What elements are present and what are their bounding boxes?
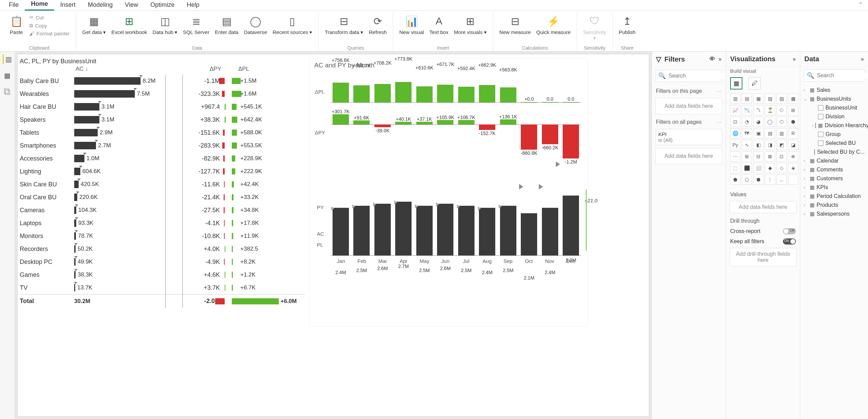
table-row[interactable]: Accessories 1.0M -82.9K +228.9K	[20, 152, 306, 165]
field-item[interactable]: BusinessUnit	[803, 103, 865, 112]
col-dpy[interactable]: ΔPY	[167, 66, 221, 72]
viz-type-icon[interactable]: ▧	[765, 94, 775, 104]
transform-data-button[interactable]: ⊟Transform data ▾	[323, 12, 365, 36]
field-item[interactable]: Group	[803, 130, 865, 139]
quick-measure-button[interactable]: ⚡Quick measure	[534, 12, 573, 36]
filters-all-drop[interactable]: Add data fields here	[655, 148, 722, 164]
table-row[interactable]: Oral Care BU 220.6K -21.4K +33.2K	[20, 191, 306, 204]
viz-type-icon[interactable]: ⊟	[753, 151, 763, 162]
table-row[interactable]: Lighting 604.6K -127.7K +222.9K	[20, 165, 306, 178]
table-item[interactable]: ›▦Sales	[803, 86, 865, 95]
viz-type-icon[interactable]: 〽	[753, 105, 763, 115]
viz-type-icon[interactable]: ...	[776, 174, 787, 185]
viz-type-icon[interactable]: ∿	[742, 140, 752, 150]
viz-type-icon[interactable]: ▦	[753, 94, 763, 104]
play-icon-2[interactable]	[519, 184, 523, 189]
table-row[interactable]: Wearables 7.5M -323.3K +1.6M	[20, 87, 306, 100]
viz-type-icon[interactable]: ⊡	[776, 151, 787, 162]
data-search[interactable]: 🔍	[804, 69, 865, 82]
viz-type-icon[interactable]: R	[788, 128, 798, 138]
table-item[interactable]: ›▦Customers	[803, 174, 865, 183]
tab-modeling[interactable]: Modeling	[82, 0, 119, 11]
more-icon[interactable]: ⋯	[716, 88, 722, 95]
viz-type-icon[interactable]: Py	[730, 140, 740, 150]
viz-type-icon[interactable]: ◇	[776, 163, 787, 173]
filters-search[interactable]: 🔍	[655, 70, 722, 82]
viz-type-icon[interactable]: ⊡	[730, 117, 740, 127]
cut-button[interactable]: ✂ Cut	[27, 14, 72, 21]
viz-type-icon[interactable]: ⬠	[742, 174, 752, 185]
enter-data-button[interactable]: ▤Enter data	[213, 12, 240, 36]
recent-sources-button[interactable]: ▯Recent sources ▾	[271, 12, 314, 36]
viz-type-icon[interactable]: ◨	[765, 140, 775, 150]
hide-icon[interactable]: 👁	[709, 56, 715, 63]
viz-type-icon[interactable]: ⏲	[776, 105, 787, 115]
table-row[interactable]: Speakers 3.1M +38.3K +642.4K	[20, 113, 306, 126]
cross-report-toggle[interactable]: Off	[783, 228, 796, 234]
keep-filters-toggle[interactable]: On	[783, 238, 796, 245]
field-item[interactable]: ›▦Division Hierarchy	[803, 121, 865, 130]
col-dpl[interactable]: ΔPL	[221, 66, 289, 72]
table-item[interactable]: ›▦KPIs	[803, 183, 865, 192]
publish-button[interactable]: ↥Publish	[617, 12, 638, 36]
table-row[interactable]: Tablets 2.9M -151.6K +588.0K	[20, 126, 306, 139]
viz-type-icon[interactable]: ◧	[753, 140, 763, 150]
copy-button[interactable]: ⧉ Copy	[27, 22, 72, 29]
table-row[interactable]: Recorders 50.2K +4.0K +382.5	[20, 242, 306, 255]
expand-viz-icon[interactable]: »	[793, 56, 796, 63]
paste-button[interactable]: 📋Paste	[7, 12, 26, 36]
viz-type-icon[interactable]: ⬢	[753, 174, 763, 185]
new-measure-button[interactable]: ⊟New measure	[497, 12, 533, 36]
more-visuals-button[interactable]: ⊞More visuals ▾	[452, 12, 488, 36]
data-view-icon[interactable]: ▦	[3, 71, 12, 80]
table-item[interactable]: ⌄▦BusinessUnits	[803, 95, 865, 103]
model-view-icon[interactable]: ⿻	[3, 87, 12, 97]
table-item[interactable]: ›▦Comments	[803, 165, 865, 174]
table-item[interactable]: ›▦Salespersons	[803, 210, 865, 218]
viz-type-icon[interactable]: ⏳	[765, 105, 775, 115]
table-item[interactable]: ›▦Period Calculation	[803, 192, 865, 201]
viz-type-icon[interactable]: ⊠	[765, 151, 775, 162]
kpi-filter[interactable]: KPIis (All)	[655, 129, 722, 145]
text-box-button[interactable]: AText box	[428, 12, 451, 36]
viz-type-icon[interactable]: ▤	[742, 94, 752, 104]
month-visual[interactable]: AC and PY by Month ΔPL +756.6K+658.7K+70…	[309, 58, 588, 326]
tab-home[interactable]: Home	[25, 0, 54, 11]
col-ac[interactable]: AC ↓	[76, 66, 167, 72]
more-icon-2[interactable]: ⋯	[716, 119, 722, 125]
viz-type-icon[interactable]: 📉	[742, 105, 752, 115]
ribbon-collapse-icon[interactable]: ⌃	[853, 0, 868, 11]
viz-type-icon[interactable]: 📈	[730, 105, 740, 115]
table-row[interactable]: Hair Care BU 3.1M +967.4 +545.1K	[20, 100, 306, 113]
viz-type-icon[interactable]: ◔	[742, 117, 752, 127]
viz-type-icon[interactable]: ⬢	[788, 117, 798, 127]
tab-insert[interactable]: Insert	[54, 0, 82, 11]
table-row[interactable]: Desktop PC 49.9K -4.9K +8.2K	[20, 255, 306, 268]
viz-type-icon[interactable]: ⊕	[788, 151, 798, 162]
viz-type-icon[interactable]: ▥	[776, 128, 787, 138]
viz-type-icon[interactable]: ◩	[776, 140, 787, 150]
viz-type-icon[interactable]: ◕	[753, 117, 763, 127]
table-row[interactable]: Baby Care BU 8.2M -1.1M +1.5M	[20, 74, 306, 87]
tab-help[interactable]: Help	[181, 0, 206, 11]
data-hub-button[interactable]: ◫Data hub ▾	[150, 12, 179, 36]
viz-type-icon[interactable]: ⬛	[742, 163, 752, 173]
table-row[interactable]: Laptops 93.3K -4.1K +17.8K	[20, 217, 306, 230]
viz-type-icon[interactable]: 🗺	[742, 128, 752, 138]
tab-optimize[interactable]: Optimize	[144, 0, 181, 11]
field-item[interactable]: Division	[803, 112, 865, 121]
refresh-button[interactable]: ⟳Refresh	[367, 12, 389, 36]
play-icon[interactable]	[556, 162, 560, 167]
values-drop[interactable]: Add data fields here	[729, 201, 797, 213]
expand-data-icon[interactable]: »	[861, 56, 864, 63]
viz-type-icon[interactable]: ⬡	[776, 117, 787, 127]
viz-type-icon[interactable]: ⬟	[730, 174, 740, 185]
excel-button[interactable]: ⊞Excel workbook	[109, 12, 149, 36]
table-row[interactable]: TV 13.7K +3.7K +6.7K	[20, 281, 306, 294]
viz-type-icon[interactable]	[788, 174, 798, 185]
viz-type-icon[interactable]: 🌐	[730, 128, 740, 138]
filters-page-drop[interactable]: Add data fields here	[655, 98, 722, 114]
viz-type-icon[interactable]: ⊞	[742, 151, 752, 162]
viz-type-icon[interactable]: ◆	[765, 163, 775, 173]
table-row[interactable]: Smartphones 2.7M -283.9K +553.5K	[20, 139, 306, 152]
